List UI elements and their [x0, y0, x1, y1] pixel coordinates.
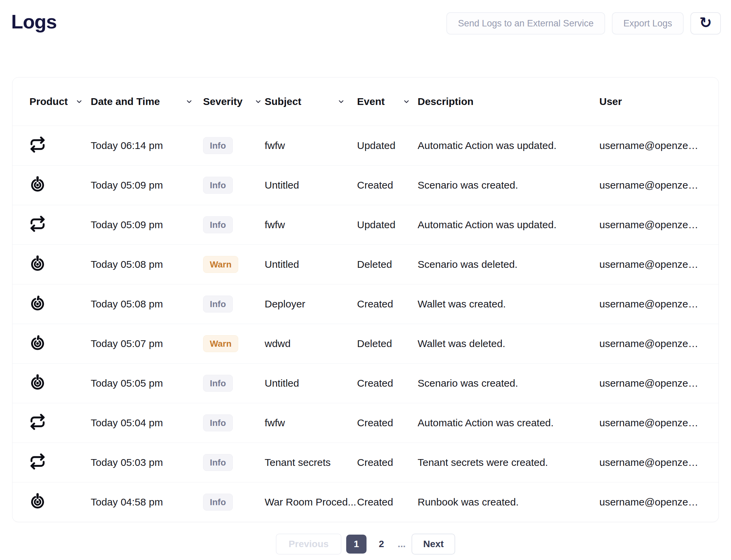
cell-subject: fwfw [265, 140, 357, 151]
cell-user: username@openzeppe... [599, 219, 702, 231]
column-header-date-and-time[interactable]: Date and Time [91, 96, 203, 107]
severity-badge: Info [203, 375, 233, 392]
actions-repeat-icon [29, 216, 46, 232]
cell-description: Scenario was deleted. [418, 259, 599, 270]
incident-alarm-icon [29, 255, 46, 272]
cell-event: Created [357, 378, 418, 389]
column-header-event[interactable]: Event [357, 96, 418, 107]
table-row[interactable]: Today 05:09 pm Info fwfw Updated Automat… [13, 205, 718, 244]
cell-user: username@openzeppe... [599, 259, 702, 270]
table-row[interactable]: Today 05:08 pm Warn Untitled Deleted Sce… [13, 244, 718, 284]
actions-repeat-icon [29, 453, 46, 470]
column-header-user: User [599, 96, 702, 107]
cell-datetime: Today 05:03 pm [91, 457, 203, 468]
severity-badge: Info [203, 137, 233, 154]
cell-datetime: Today 05:07 pm [91, 338, 203, 349]
actions-repeat-icon [29, 136, 46, 153]
cell-subject: War Room Proced... [265, 496, 357, 508]
cell-user: username@openzeppe... [599, 338, 702, 349]
cell-description: Wallet was created. [418, 298, 599, 310]
severity-badge: Info [203, 177, 233, 194]
refresh-button[interactable]: ↻ [690, 12, 721, 35]
severity-badge: Info [203, 414, 233, 431]
cell-user: username@openzeppe... [599, 179, 702, 191]
deploy-target-icon [29, 335, 46, 351]
severity-badge: Info [203, 216, 233, 233]
chevron-down-icon [75, 98, 83, 106]
cell-event: Created [357, 417, 418, 429]
cell-description: Scenario was created. [418, 179, 599, 191]
table-row[interactable]: Today 05:05 pm Info Untitled Created Sce… [13, 363, 718, 403]
table-row[interactable]: Today 05:09 pm Info Untitled Created Sce… [13, 165, 718, 205]
chevron-down-icon [254, 98, 262, 106]
cell-datetime: Today 05:05 pm [91, 378, 203, 389]
page-number-2[interactable]: 2 [371, 535, 392, 554]
cell-description: Tenant secrets were created. [418, 457, 599, 468]
chevron-down-icon [402, 98, 411, 106]
cell-event: Deleted [357, 259, 418, 270]
pagination-ellipsis: ... [396, 539, 407, 550]
cell-datetime: Today 04:58 pm [91, 496, 203, 508]
previous-page-button[interactable]: Previous [276, 534, 341, 555]
incident-alarm-icon [29, 493, 46, 509]
chevron-down-icon [337, 98, 345, 106]
cell-user: username@openzeppe... [599, 298, 702, 310]
table-row[interactable]: Today 05:07 pm Warn wdwd Deleted Wallet … [13, 324, 718, 363]
cell-user: username@openzeppe... [599, 417, 702, 429]
table-row[interactable]: Today 05:08 pm Info Deployer Created Wal… [13, 284, 718, 324]
cell-description: Automatic Action was updated. [418, 140, 599, 151]
severity-badge: Info [203, 494, 233, 511]
cell-description: Scenario was created. [418, 378, 599, 389]
cell-datetime: Today 05:09 pm [91, 179, 203, 191]
page-number-1[interactable]: 1 [346, 535, 367, 554]
table-row[interactable]: Today 05:04 pm Info fwfw Created Automat… [13, 403, 718, 443]
column-header-severity[interactable]: Severity [203, 96, 265, 107]
column-header-subject[interactable]: Subject [265, 96, 357, 107]
cell-user: username@openzeppe... [599, 140, 702, 151]
cell-event: Created [357, 496, 418, 508]
cell-datetime: Today 05:08 pm [91, 298, 203, 310]
cell-datetime: Today 05:04 pm [91, 417, 203, 429]
cell-user: username@openzeppe... [599, 457, 702, 468]
refresh-icon: ↻ [700, 15, 712, 30]
incident-alarm-icon [29, 176, 46, 192]
export-logs-button[interactable]: Export Logs [612, 12, 684, 35]
table-row[interactable]: Today 05:03 pm Info Tenant secrets Creat… [13, 443, 718, 482]
table-header-row: Product Date and Time Severity Subject E… [13, 78, 718, 126]
send-logs-button[interactable]: Send Logs to an External Service [446, 12, 605, 35]
cell-datetime: Today 05:08 pm [91, 259, 203, 270]
cell-event: Updated [357, 219, 418, 231]
cell-subject: Untitled [265, 179, 357, 191]
next-page-button[interactable]: Next [412, 534, 455, 555]
table-body: Today 06:14 pm Info fwfw Updated Automat… [13, 126, 718, 522]
severity-badge: Info [203, 296, 233, 313]
pagination: Previous 1 2 ... Next [0, 534, 731, 555]
column-header-description: Description [418, 96, 599, 107]
cell-event: Created [357, 298, 418, 310]
cell-subject: Untitled [265, 378, 357, 389]
cell-subject: wdwd [265, 338, 357, 349]
severity-badge: Warn [203, 256, 238, 273]
cell-description: Automatic Action was created. [418, 417, 599, 429]
table-row[interactable]: Today 04:58 pm Info War Room Proced... C… [13, 482, 718, 522]
cell-datetime: Today 05:09 pm [91, 219, 203, 231]
page-title: Logs [11, 8, 57, 33]
cell-event: Created [357, 179, 418, 191]
incident-alarm-icon [29, 374, 46, 390]
cell-event: Created [357, 457, 418, 468]
cell-description: Runbook was created. [418, 496, 599, 508]
deploy-target-icon [29, 295, 46, 311]
cell-subject: fwfw [265, 219, 357, 231]
cell-subject: Tenant secrets [265, 457, 357, 468]
cell-subject: fwfw [265, 417, 357, 429]
severity-badge: Info [203, 454, 233, 471]
actions-repeat-icon [29, 414, 46, 430]
topbar: Logs Send Logs to an External Service Ex… [0, 0, 731, 37]
column-header-product[interactable]: Product [29, 96, 91, 107]
cell-user: username@openzeppe... [599, 378, 702, 389]
cell-event: Updated [357, 140, 418, 151]
cell-user: username@openzeppe... [599, 496, 702, 508]
table-row[interactable]: Today 06:14 pm Info fwfw Updated Automat… [13, 126, 718, 165]
cell-subject: Deployer [265, 298, 357, 310]
cell-description: Automatic Action was updated. [418, 219, 599, 231]
